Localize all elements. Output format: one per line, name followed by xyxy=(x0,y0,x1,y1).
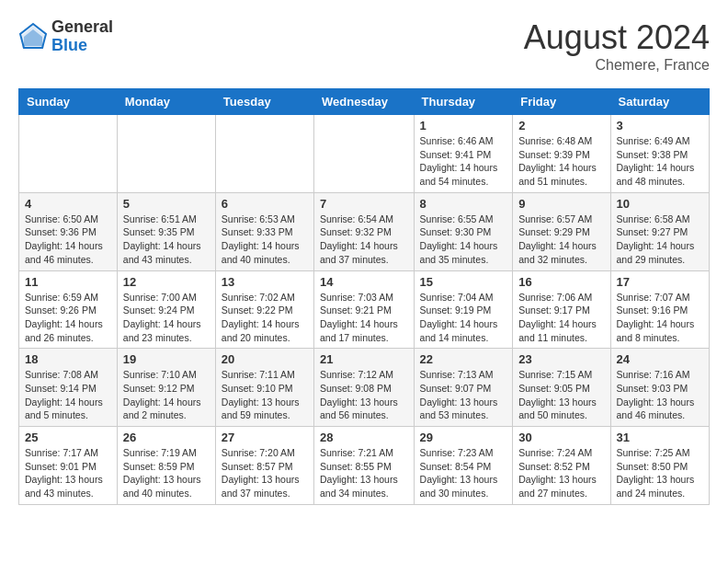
day-data: Sunrise: 6:48 AM Sunset: 9:39 PM Dayligh… xyxy=(518,134,604,189)
day-number: 25 xyxy=(25,431,111,444)
calendar-cell: 9Sunrise: 6:57 AM Sunset: 9:29 PM Daylig… xyxy=(513,192,610,270)
calendar-cell: 3Sunrise: 6:49 AM Sunset: 9:38 PM Daylig… xyxy=(610,115,709,193)
calendar-cell: 30Sunrise: 7:24 AM Sunset: 8:52 PM Dayli… xyxy=(513,427,610,505)
day-data: Sunrise: 6:53 AM Sunset: 9:33 PM Dayligh… xyxy=(222,213,308,267)
calendar-cell: 14Sunrise: 7:03 AM Sunset: 9:21 PM Dayli… xyxy=(314,270,415,349)
day-number: 29 xyxy=(420,431,507,444)
day-number: 14 xyxy=(320,275,408,289)
calendar-cell: 6Sunrise: 6:53 AM Sunset: 9:33 PM Daylig… xyxy=(215,192,313,270)
calendar-cell: 20Sunrise: 7:11 AM Sunset: 9:10 PM Dayli… xyxy=(215,349,313,427)
calendar-cell xyxy=(215,115,313,193)
day-data: Sunrise: 7:13 AM Sunset: 9:07 PM Dayligh… xyxy=(420,368,507,422)
title-block: August 2024 Chemere, France xyxy=(524,18,710,74)
calendar-cell: 4Sunrise: 6:50 AM Sunset: 9:36 PM Daylig… xyxy=(19,192,118,270)
calendar-week-3: 11Sunrise: 6:59 AM Sunset: 9:26 PM Dayli… xyxy=(19,270,710,349)
day-data: Sunrise: 7:03 AM Sunset: 9:21 PM Dayligh… xyxy=(320,291,408,345)
day-number: 9 xyxy=(518,197,604,211)
calendar-cell: 17Sunrise: 7:07 AM Sunset: 9:16 PM Dayli… xyxy=(610,270,709,349)
calendar-cell: 5Sunrise: 6:51 AM Sunset: 9:35 PM Daylig… xyxy=(117,192,215,270)
weekday-header-monday: Monday xyxy=(117,89,215,115)
logo-text: General Blue xyxy=(51,18,113,55)
day-data: Sunrise: 7:20 AM Sunset: 8:57 PM Dayligh… xyxy=(222,446,308,500)
calendar-body: 1Sunrise: 6:46 AM Sunset: 9:41 PM Daylig… xyxy=(19,115,710,505)
weekday-header-friday: Friday xyxy=(513,89,610,115)
calendar-cell: 1Sunrise: 6:46 AM Sunset: 9:41 PM Daylig… xyxy=(414,115,513,193)
calendar-cell: 22Sunrise: 7:13 AM Sunset: 9:07 PM Dayli… xyxy=(414,349,513,427)
calendar-week-2: 4Sunrise: 6:50 AM Sunset: 9:36 PM Daylig… xyxy=(19,192,710,270)
day-data: Sunrise: 6:55 AM Sunset: 9:30 PM Dayligh… xyxy=(420,213,507,267)
weekday-header-thursday: Thursday xyxy=(414,89,513,115)
calendar-header: SundayMondayTuesdayWednesdayThursdayFrid… xyxy=(19,89,710,115)
day-data: Sunrise: 7:07 AM Sunset: 9:16 PM Dayligh… xyxy=(617,291,703,345)
day-data: Sunrise: 7:12 AM Sunset: 9:08 PM Dayligh… xyxy=(320,368,408,422)
weekday-header-sunday: Sunday xyxy=(19,89,118,115)
day-data: Sunrise: 7:24 AM Sunset: 8:52 PM Dayligh… xyxy=(518,446,604,500)
day-data: Sunrise: 7:19 AM Sunset: 8:59 PM Dayligh… xyxy=(123,446,210,500)
calendar-cell: 2Sunrise: 6:48 AM Sunset: 9:39 PM Daylig… xyxy=(513,115,610,193)
day-number: 3 xyxy=(617,119,703,132)
calendar-cell: 19Sunrise: 7:10 AM Sunset: 9:12 PM Dayli… xyxy=(117,349,215,427)
calendar-cell: 15Sunrise: 7:04 AM Sunset: 9:19 PM Dayli… xyxy=(414,270,513,349)
day-number: 11 xyxy=(25,275,111,289)
calendar-cell: 23Sunrise: 7:15 AM Sunset: 9:05 PM Dayli… xyxy=(513,349,610,427)
calendar-cell: 12Sunrise: 7:00 AM Sunset: 9:24 PM Dayli… xyxy=(117,270,215,349)
calendar-cell: 11Sunrise: 6:59 AM Sunset: 9:26 PM Dayli… xyxy=(19,270,118,349)
day-number: 30 xyxy=(518,431,604,444)
calendar-cell: 24Sunrise: 7:16 AM Sunset: 9:03 PM Dayli… xyxy=(610,349,709,427)
day-data: Sunrise: 6:59 AM Sunset: 9:26 PM Dayligh… xyxy=(25,291,111,345)
day-number: 5 xyxy=(123,197,210,211)
location-subtitle: Chemere, France xyxy=(524,57,710,74)
day-number: 22 xyxy=(420,352,507,366)
day-data: Sunrise: 7:00 AM Sunset: 9:24 PM Dayligh… xyxy=(123,291,210,345)
day-number: 19 xyxy=(123,352,210,366)
weekday-header-tuesday: Tuesday xyxy=(215,89,313,115)
day-number: 12 xyxy=(123,275,210,289)
calendar-cell: 13Sunrise: 7:02 AM Sunset: 9:22 PM Dayli… xyxy=(215,270,313,349)
day-data: Sunrise: 7:11 AM Sunset: 9:10 PM Dayligh… xyxy=(222,368,308,422)
day-data: Sunrise: 6:54 AM Sunset: 9:32 PM Dayligh… xyxy=(320,213,408,267)
day-number: 23 xyxy=(518,352,604,366)
day-number: 16 xyxy=(518,275,604,289)
calendar-cell: 27Sunrise: 7:20 AM Sunset: 8:57 PM Dayli… xyxy=(215,427,313,505)
day-number: 15 xyxy=(420,275,507,289)
calendar-cell: 8Sunrise: 6:55 AM Sunset: 9:30 PM Daylig… xyxy=(414,192,513,270)
day-data: Sunrise: 7:23 AM Sunset: 8:54 PM Dayligh… xyxy=(420,446,507,500)
day-number: 1 xyxy=(420,119,507,132)
calendar-cell xyxy=(19,115,118,193)
day-number: 17 xyxy=(617,275,703,289)
page-header: General Blue August 2024 Chemere, France xyxy=(18,18,710,74)
day-number: 8 xyxy=(420,197,507,211)
calendar-cell: 31Sunrise: 7:25 AM Sunset: 8:50 PM Dayli… xyxy=(610,427,709,505)
calendar-cell: 28Sunrise: 7:21 AM Sunset: 8:55 PM Dayli… xyxy=(314,427,415,505)
day-number: 18 xyxy=(25,352,111,366)
day-number: 20 xyxy=(222,352,308,366)
day-number: 7 xyxy=(320,197,408,211)
logo-general: General xyxy=(51,18,113,37)
day-data: Sunrise: 7:10 AM Sunset: 9:12 PM Dayligh… xyxy=(123,368,210,422)
calendar-cell: 10Sunrise: 6:58 AM Sunset: 9:27 PM Dayli… xyxy=(610,192,709,270)
logo: General Blue xyxy=(18,18,113,55)
day-data: Sunrise: 7:02 AM Sunset: 9:22 PM Dayligh… xyxy=(222,291,308,345)
day-data: Sunrise: 7:04 AM Sunset: 9:19 PM Dayligh… xyxy=(420,291,507,345)
calendar-week-5: 25Sunrise: 7:17 AM Sunset: 9:01 PM Dayli… xyxy=(19,427,710,505)
logo-icon xyxy=(18,22,48,52)
day-data: Sunrise: 7:21 AM Sunset: 8:55 PM Dayligh… xyxy=(320,446,408,500)
day-number: 4 xyxy=(25,197,111,211)
calendar-cell: 26Sunrise: 7:19 AM Sunset: 8:59 PM Dayli… xyxy=(117,427,215,505)
calendar-cell xyxy=(117,115,215,193)
day-data: Sunrise: 6:58 AM Sunset: 9:27 PM Dayligh… xyxy=(617,213,703,267)
calendar-cell xyxy=(314,115,415,193)
day-number: 10 xyxy=(617,197,703,211)
calendar-cell: 29Sunrise: 7:23 AM Sunset: 8:54 PM Dayli… xyxy=(414,427,513,505)
day-number: 6 xyxy=(222,197,308,211)
calendar-cell: 16Sunrise: 7:06 AM Sunset: 9:17 PM Dayli… xyxy=(513,270,610,349)
weekday-header-saturday: Saturday xyxy=(610,89,709,115)
day-number: 21 xyxy=(320,352,408,366)
day-data: Sunrise: 7:17 AM Sunset: 9:01 PM Dayligh… xyxy=(25,446,111,500)
day-data: Sunrise: 6:46 AM Sunset: 9:41 PM Dayligh… xyxy=(420,134,507,189)
calendar-cell: 7Sunrise: 6:54 AM Sunset: 9:32 PM Daylig… xyxy=(314,192,415,270)
month-year-title: August 2024 xyxy=(524,18,710,57)
day-number: 26 xyxy=(123,431,210,444)
day-data: Sunrise: 7:08 AM Sunset: 9:14 PM Dayligh… xyxy=(25,368,111,422)
logo-blue: Blue xyxy=(51,37,113,55)
